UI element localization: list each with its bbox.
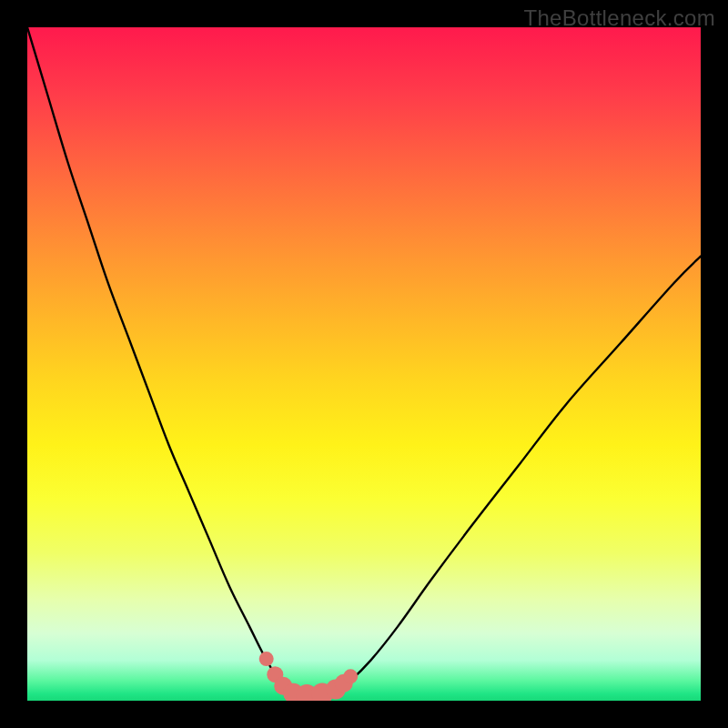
optimal-marker-dot <box>343 669 358 683</box>
optimal-markers <box>259 652 359 701</box>
outer-frame: TheBottleneck.com <box>0 0 728 728</box>
bottleneck-curve <box>27 27 701 695</box>
watermark-text: TheBottleneck.com <box>523 5 715 31</box>
optimal-marker-dot <box>259 652 274 666</box>
curve-layer <box>27 27 701 695</box>
plot-area <box>27 27 701 701</box>
chart-svg <box>27 27 701 701</box>
